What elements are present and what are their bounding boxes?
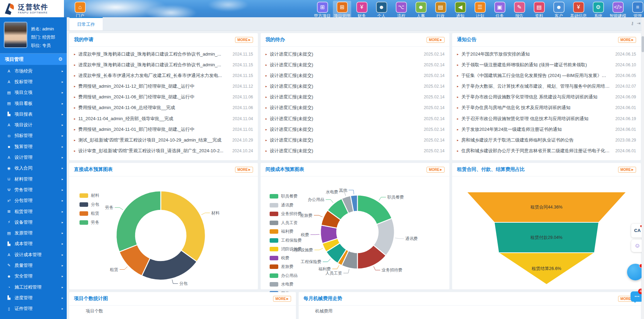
list-item[interactable]: ▸费用报销_admin_2024-11-06_总经理审批__完成2024.11.… (74, 105, 253, 111)
cloud-decoration (145, 5, 197, 17)
more-label: MORE (276, 297, 286, 301)
sidebar-item-项目立项[interactable]: ▤项目立项▸ (0, 87, 67, 98)
nav-item-智能建模[interactable]: </>智能建模 (608, 1, 628, 17)
list-item[interactable]: ▸进度款申报_长春市伊通河水力发电厂改建工程_长春市伊通河水力发电...2024… (74, 72, 253, 79)
sidebar-item-成本管理[interactable]: ▙成本管理▸ (0, 239, 67, 249)
list-item[interactable]: ▸费用报销_admin_2024-11-06_部门经理审批_胡建,_运行中202… (74, 94, 253, 100)
more-button[interactable]: MORE ▶ (273, 296, 291, 302)
sidebar-item-预算管理[interactable]: ■预算管理▸ (0, 141, 67, 152)
more-button[interactable]: MORE ▶ (235, 167, 253, 173)
list-item[interactable]: ▸进度款申报_珠海鹤港口建设_珠海鹤港口建设工程合作协议书_admin_...2… (74, 62, 253, 68)
list-item[interactable]: ▸关于举办住房与房地产信息化 技术及应用培训班的通知2024.06.01 (457, 105, 636, 111)
sidebar-item-进度管理[interactable]: ▙进度管理▸ (0, 292, 67, 303)
nav-item-系统[interactable]: ⚙系统 (588, 1, 608, 17)
sidebar-item-劳务管理[interactable]: Ψ劳务管理▸ (0, 184, 67, 195)
funnel-label: 租赁结算26.6% (531, 266, 561, 271)
list-item[interactable]: ▸费用报销_admin_2024-11-01_部门经理审批_胡建,_运行中202… (74, 126, 253, 133)
more-button[interactable]: MORE ▶ (427, 167, 445, 173)
nav-item-行政[interactable]: ▤行政 (431, 1, 450, 17)
list-item[interactable]: ▸关于召开市政公用设施智慧化管理 信息技术与应用培训班的通知2024.06.19 (457, 116, 636, 122)
scrollbar-thumb[interactable] (642, 36, 644, 52)
nav-item-财务[interactable]: ¥财务 (352, 1, 372, 17)
key-icon[interactable]: ⚷ (631, 21, 634, 26)
sidebar-item-安全管理[interactable]: ☻安全管理▸ (0, 271, 67, 282)
more-button[interactable]: MORE ▶ (618, 37, 636, 43)
callout-line (326, 200, 333, 203)
list-item[interactable]: ▸房和城乡建设厅关于取消二级建造师临时执业证书的公告2023.08.29 (457, 137, 636, 143)
list-item[interactable]: ▸设计进度汇报(未提交)2025.02.14 (265, 105, 445, 111)
nav-item-基础信息[interactable]: ¥基础信息 (569, 1, 588, 17)
sidebar-item-招标管理[interactable]: ◘招标管理▸ (0, 130, 67, 141)
list-item[interactable]: ▸测试_彭祖新城“四馆”景观工程设计项目_2024-10-29_admin_结束… (74, 137, 253, 143)
nav-item-计划[interactable]: ☰计划 (470, 1, 490, 17)
sidebar-item-质量管理[interactable]: ✎质量管理▸ (0, 260, 67, 271)
scrollbar-track[interactable] (642, 17, 644, 319)
list-item[interactable]: ▸设计进度汇报(未提交)2025.02.14 (265, 148, 445, 154)
sidebar-item-设计成本管理[interactable]: A设计成本管理▸ (0, 249, 67, 260)
list-item[interactable]: ▸于征集《中国建筑施工行业信息化发展报告 (2024) —BIM应用与发展》材料… (457, 72, 636, 79)
sidebar-item-投标管理[interactable]: A投标管理▸ (0, 76, 67, 87)
list-item[interactable]: ▸关于举办大数据、云计算技术在城市建设、规划、管理与服务中的应用培训班...20… (457, 83, 636, 89)
list-item[interactable]: ▸进度款申报_珠海鹤港口建设_珠海鹤港口建设工程合作协议书_admin_...2… (74, 51, 253, 57)
list-item[interactable]: ▸设计进度汇报(未提交)2025.02.14 (265, 51, 445, 57)
list-item[interactable]: ▸设计进度汇报(未提交)2025.02.14 (265, 94, 445, 100)
more-button[interactable]: MORE ▶ (427, 37, 445, 43)
list-item-date: 2024.10.29 (232, 138, 253, 143)
sidebar-item-市场经营[interactable]: A市场经营▸ (0, 66, 67, 76)
donut-slice-材料[interactable] (161, 191, 205, 262)
bullet-icon: ▸ (265, 138, 267, 142)
nav-item-资料[interactable]: ▤资料 (529, 1, 549, 17)
list-item[interactable]: ▸关于发放2024年第24批一级建造师注册证书的通知2024.06.01 (457, 126, 636, 133)
list-item[interactable]: ▸设计进度汇报(未提交)2025.02.14 (265, 62, 445, 68)
list-item-date: 2024.06.01 (615, 127, 636, 132)
list-item-text: 测试_彭祖新城“四馆”景观工程设计项目_2024-10-29_admin_结束_… (78, 137, 227, 143)
nav-item-个人[interactable]: ☻个人 (372, 1, 391, 17)
list-item[interactable]: ▸关于领取一级注册建造师增项贴的通知 (须持一建证书前来领取)2024.06.1… (457, 62, 636, 68)
avatar[interactable] (4, 22, 27, 47)
list-item[interactable]: ▸设计进度汇报(未提交)2025.02.14 (265, 83, 445, 89)
sidebar-item-项目看板[interactable]: ▤项目看板▸ (0, 98, 67, 109)
settings-gear-icon[interactable]: ⚙ (58, 54, 63, 65)
panel-my-applications: 我的申请 MORE ▶ ▸进度款申报_珠海鹤港口建设_珠海鹤港口建设工程合作协议… (69, 33, 258, 160)
tab-daily-work[interactable]: 日常工作 (69, 17, 103, 30)
list-item[interactable]: ▸费用报销_admin_2024-11-12_部门经理审批_胡建,_运行中202… (74, 83, 253, 89)
sidebar-item-项目设计[interactable]: A项目设计▸ (0, 119, 67, 130)
sidebar-item-施工过程管理[interactable]: ◔施工过程管理▸ (0, 282, 67, 292)
nav-item-管理[interactable]: ≡管理 (628, 1, 644, 17)
nav-item-任务[interactable]: ▣任务 (490, 1, 510, 17)
pin-tab-icon[interactable]: ⇥ (637, 21, 641, 26)
sidebar-item-设计管理[interactable]: A设计管理▸ (0, 152, 67, 163)
sidebar-item-发票管理[interactable]: ▤发票管理▸ (0, 228, 67, 238)
sidebar-item-租赁管理[interactable]: ⊠租赁管理▸ (0, 206, 67, 217)
more-button[interactable]: MORE ▶ (235, 37, 253, 43)
nav-item-流程[interactable]: ⌥流程 (391, 1, 411, 17)
nav-item-门户[interactable]: ⌂门户 (70, 1, 90, 17)
list-item[interactable]: ▸11_2024-11-04_admin_经营部_领导审批__完成2024.11… (74, 116, 253, 122)
list-item[interactable]: ▸设计进度汇报(未提交)2025.02.14 (265, 137, 445, 143)
sidebar-item-设备管理[interactable]: ⚡设备管理▸ (0, 217, 67, 228)
list-item[interactable]: ▸关于举办市政公用设施数字化管理信息 系统建设与应用培训班的通知2024.06.… (457, 94, 636, 100)
slice-label: 材料 (211, 211, 220, 215)
bullet-icon: ▸ (265, 74, 267, 77)
list-item[interactable]: ▸关于2024年国庆节放假安排的通知2024.06.15 (457, 51, 636, 57)
nav-item-项目管理[interactable]: ⊞项目管理 (332, 1, 352, 17)
more-button[interactable]: MORE ▶ (618, 167, 636, 173)
nav-item-人事[interactable]: ☻人事 (411, 1, 431, 17)
sidebar-item-材料管理[interactable]: ⊔材料管理▸ (0, 174, 67, 184)
list-item[interactable]: ▸设计进度汇报(未提交)2025.02.14 (265, 72, 445, 79)
list-item[interactable]: ▸住房和城乡建设部办公厅关于同意吉林省开展二级建造师注册证书电子化试点...20… (457, 148, 636, 154)
sidebar-item-分包管理[interactable]: x²分包管理▸ (0, 195, 67, 206)
sidebar-item-收入合同[interactable]: ◉收入合同▸ (0, 163, 67, 174)
nav-item-客户[interactable]: ☻客户 (549, 1, 569, 17)
nav-item-通知[interactable]: ◀通知 (450, 1, 470, 17)
list-item[interactable]: ▸设计审查_彭祖新城“四馆”景观工程设计项目_请选择_胡广生_2024-10-2… (74, 148, 253, 154)
nav-item-报告[interactable]: ✎报告 (510, 1, 529, 17)
sidebar-item-项目报表[interactable]: ▙项目报表▸ (0, 109, 67, 119)
nav-item-甲方项目[interactable]: ⊞甲方项目 (312, 1, 332, 17)
more-label: MORE (429, 38, 439, 42)
help-bubble-button[interactable] (627, 264, 644, 280)
sidebar-item-证件管理[interactable]: ▯证件管理▸ (0, 303, 67, 314)
list-item[interactable]: ▸设计进度汇报(未提交)2025.02.14 (265, 116, 445, 122)
list-item[interactable]: ▸设计进度汇报(未提交)2025.02.14 (265, 126, 445, 133)
donut-slice-劳务[interactable] (116, 191, 161, 252)
